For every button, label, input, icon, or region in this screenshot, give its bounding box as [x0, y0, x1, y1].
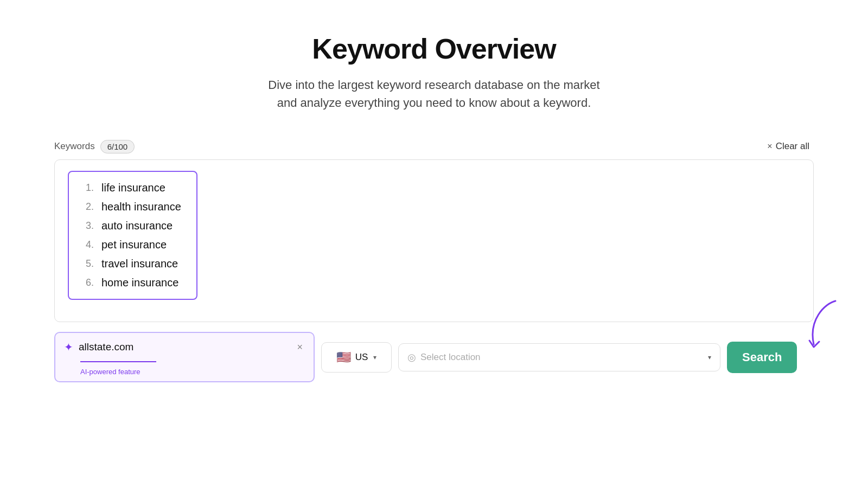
search-bar-row: ✦ × AI-powered feature 🇺🇸 US ▾	[54, 332, 814, 382]
keyword-number: 4.	[79, 239, 94, 251]
search-button[interactable]: Search	[727, 342, 797, 373]
keyword-text: life insurance	[101, 182, 165, 194]
keywords-box: 1.life insurance2.health insurance3.auto…	[54, 159, 814, 322]
clear-all-button[interactable]: × Clear all	[763, 139, 814, 154]
domain-input-inner: ✦ ×	[55, 333, 314, 361]
chevron-down-icon: ▾	[373, 354, 376, 361]
page-title: Keyword Overview	[312, 33, 556, 65]
ai-sparkle-icon: ✦	[64, 341, 73, 354]
location-select-button[interactable]: ◎ Select location ▾	[398, 343, 720, 371]
keyword-number: 5.	[79, 258, 94, 270]
country-select-wrapper: 🇺🇸 US ▾	[321, 342, 392, 373]
location-pin-icon: ◎	[407, 351, 416, 363]
domain-input-container: ✦ × AI-powered feature	[54, 332, 315, 382]
keyword-item: 6.home insurance	[79, 273, 181, 292]
location-left: ◎ Select location	[407, 351, 481, 363]
keywords-label: Keywords	[54, 141, 95, 152]
keywords-label-group: Keywords 6/100	[54, 140, 135, 153]
keyword-text: home insurance	[101, 277, 178, 289]
country-select-button[interactable]: 🇺🇸 US ▾	[321, 342, 392, 373]
clear-all-icon: ×	[767, 142, 772, 151]
keyword-number: 6.	[79, 277, 94, 288]
keyword-item: 4.pet insurance	[79, 235, 181, 254]
keyword-list: 1.life insurance2.health insurance3.auto…	[68, 171, 197, 300]
keyword-item: 5.travel insurance	[79, 254, 181, 273]
keyword-number: 1.	[79, 182, 94, 194]
page-container: Keyword Overview Dive into the largest k…	[54, 33, 814, 382]
keywords-header: Keywords 6/100 × Clear all	[54, 139, 814, 154]
location-chevron-icon: ▾	[708, 354, 711, 361]
clear-all-label: Clear all	[776, 141, 809, 152]
search-button-wrapper: Search	[727, 342, 814, 373]
clear-domain-button[interactable]: ×	[295, 342, 305, 353]
domain-input[interactable]	[79, 341, 289, 353]
domain-underline	[80, 361, 156, 362]
us-flag-icon: 🇺🇸	[336, 350, 351, 364]
keyword-item: 1.life insurance	[79, 178, 181, 197]
ai-powered-label: AI-powered feature	[55, 368, 314, 381]
keyword-number: 3.	[79, 220, 94, 232]
keyword-item: 2.health insurance	[79, 197, 181, 216]
location-placeholder: Select location	[420, 352, 481, 363]
keyword-item: 3.auto insurance	[79, 216, 181, 235]
keyword-number: 2.	[79, 201, 94, 213]
page-subtitle: Dive into the largest keyword research d…	[268, 76, 599, 112]
keyword-text: pet insurance	[101, 239, 167, 251]
keywords-section: Keywords 6/100 × Clear all 1.life insura…	[54, 139, 814, 382]
location-select-wrapper: ◎ Select location ▾	[398, 343, 720, 371]
keywords-count-badge: 6/100	[100, 140, 135, 153]
domain-input-wrapper: ✦ × AI-powered feature	[54, 332, 315, 382]
keyword-text: auto insurance	[101, 220, 173, 232]
country-code-label: US	[355, 352, 368, 363]
keyword-text: health insurance	[101, 201, 181, 213]
keyword-text: travel insurance	[101, 258, 178, 270]
